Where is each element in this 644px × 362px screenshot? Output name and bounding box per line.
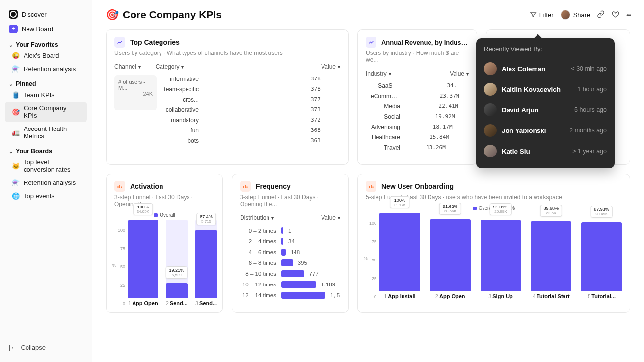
sidebar-item[interactable]: 🎯Core Company KPIs [5, 102, 87, 122]
chart-icon [366, 37, 376, 48]
nav-discover[interactable]: Discover [5, 7, 87, 22]
chart-bar-row: 0 – 2 times1 [240, 227, 340, 234]
collapse-sidebar-button[interactable]: |← Collapse [5, 340, 87, 355]
frequency-card: Frequency 3-step Funnel · Last 30 Days ·… [232, 174, 349, 313]
annual-revenue-card: Annual Revenue, by Industry Users by ind… [357, 29, 477, 165]
emoji-icon: ⚗️ [12, 179, 20, 186]
chart-bar-row: 4 – 6 times148 [240, 249, 340, 256]
avatar-icon [484, 145, 497, 157]
channel-filter[interactable]: Channel▾ [114, 63, 141, 70]
chart-bar-row: Social19.92M [371, 113, 469, 120]
filter-button[interactable]: Filter [530, 11, 554, 19]
value-filter[interactable]: Value▾ [321, 214, 340, 221]
avatar-icon [484, 83, 497, 96]
sidebar-item-label: Top level conversion rates [24, 158, 80, 173]
sidebar-item[interactable]: ⚗️Retention analysis [5, 176, 87, 189]
chart-bar-row: informative378 [161, 75, 340, 82]
svg-rect-6 [369, 186, 370, 188]
favorites-header[interactable]: ⌄ Your Favorites [5, 36, 87, 49]
chart-bar-row: cros...377 [161, 96, 340, 103]
summary-chip[interactable]: # of users - M... 24K [114, 75, 157, 110]
emoji-icon: 🚛 [12, 129, 20, 136]
pinned-header[interactable]: ⌄ Pinned [5, 76, 87, 88]
sidebar-item[interactable]: 😼Top level conversion rates [5, 155, 87, 176]
chart-bar-row: 2 – 4 times34 [240, 238, 340, 245]
page-title-emoji: 🎯 [106, 9, 119, 21]
popover-header: Recently Viewed By: [484, 45, 607, 52]
emoji-icon: ⚗️ [12, 65, 20, 73]
avatar-icon [484, 62, 497, 75]
activation-card: Activation 3-step Funnel · Last 30 Days … [106, 174, 223, 313]
funnel-bar: 91.01%25.99K3 Sign Up [481, 220, 521, 299]
sidebar-item-label: Account Health Metrics [24, 125, 80, 140]
funnel-bar: 89.68%23.5K4 Tutorial Start [531, 221, 571, 299]
more-icon[interactable]: ••• [626, 11, 630, 19]
chevron-down-icon: ⌄ [9, 42, 13, 48]
chevron-down-icon: ⌄ [9, 149, 13, 154]
chart-icon [114, 37, 125, 48]
chart-bar-row: team-specific378 [161, 85, 340, 93]
boards-header[interactable]: ⌄ Your Boards [5, 143, 87, 155]
chart-bar-row: SaaS34. [371, 82, 469, 89]
viewer-row[interactable]: Katie Siu> 1 year ago [484, 141, 607, 161]
viewer-row[interactable]: Alex Coleman< 30 min ago [484, 58, 607, 79]
avatar-icon [484, 103, 497, 116]
sidebar-item[interactable]: 😜Alex's Board [5, 49, 87, 62]
funnel-icon [240, 181, 251, 192]
link-icon[interactable] [597, 10, 605, 20]
main-content: 🎯 Core Company KPIs Filter Share [92, 0, 644, 362]
sidebar-item-label: Retention analysis [24, 179, 76, 186]
filter-icon [530, 11, 537, 18]
share-button[interactable]: Share [561, 10, 590, 20]
collapse-icon: |← [9, 344, 17, 351]
funnel-icon [366, 181, 376, 192]
sidebar-item[interactable]: ⚗️Retention analysis [5, 62, 87, 76]
new-board-button[interactable]: + New Board [5, 22, 87, 36]
chart-bar-row: eCommerce23.37M [371, 92, 469, 100]
chart-bar-row: 10 – 12 times1,189 [240, 281, 340, 288]
chart-bar-row: 12 – 14 times1, 5 [240, 292, 340, 299]
chart-bar-row: Travel13.26M [371, 144, 469, 151]
chart-bar-row: 8 – 10 times777 [240, 270, 340, 277]
svg-rect-0 [118, 186, 119, 188]
chart-bar-row: Advertising18.17M [371, 123, 469, 130]
emoji-icon: 🛢️ [12, 91, 20, 99]
viewer-row[interactable]: Jon Yablonski2 months ago [484, 120, 607, 141]
plus-icon: + [9, 25, 18, 33]
emoji-icon: 🌐 [12, 192, 20, 200]
onboarding-card: New User Onboarding 5-step Funnel · Last… [357, 174, 630, 313]
funnel-bar: 87.93%20.49K5 Tutorial... [581, 222, 622, 299]
avatar-icon [561, 10, 570, 20]
chevron-down-icon: ⌄ [9, 81, 13, 87]
category-filter[interactable]: Category▾ [156, 63, 184, 70]
funnel-bar: 91.62%28.56K2 App Open [430, 219, 471, 299]
viewer-row[interactable]: David Arjun5 hours ago [484, 100, 607, 120]
sidebar-item[interactable]: 🚛Account Health Metrics [5, 122, 87, 143]
chart-bar-row: mandatory372 [161, 116, 340, 124]
sidebar-item[interactable]: 🌐Top events [5, 189, 87, 203]
chart-bar-row: fun368 [161, 127, 340, 134]
heart-icon[interactable] [612, 10, 619, 20]
sidebar-item-label: Top events [24, 192, 54, 200]
top-categories-card: Top Categories Users by category · What … [106, 29, 349, 165]
funnel-bar: 100%34.05K1 App Open [128, 220, 158, 306]
industry-filter[interactable]: Industry▾ [366, 70, 391, 77]
app-logo-icon [9, 10, 18, 19]
funnel-bar: 19.21%6,5392 Send... [166, 220, 188, 306]
sidebar-item-label: Core Company KPIs [24, 104, 80, 119]
value-filter[interactable]: Value▾ [450, 70, 469, 77]
sidebar-item[interactable]: 🛢️Team KPIs [5, 88, 87, 102]
distribution-filter[interactable]: Distribution▾ [240, 214, 274, 221]
sidebar-item-label: Retention analysis [24, 65, 76, 73]
viewer-row[interactable]: Kaitlin Kovacevich1 hour ago [484, 79, 607, 100]
chart-bar-row: Media22.41M [371, 103, 469, 110]
funnel-bar: 87.4%5,7153 Send... [195, 220, 217, 306]
chart-bar-row: Healthcare15.84M [371, 133, 469, 141]
sidebar: Discover + New Board ⌄ Your Favorites 😜A… [0, 0, 92, 362]
svg-rect-7 [371, 185, 372, 188]
chart-bar-row: bots363 [161, 137, 340, 144]
svg-rect-1 [119, 185, 120, 188]
value-filter[interactable]: Value▾ [321, 63, 340, 70]
nav-discover-label: Discover [22, 11, 47, 18]
funnel-bar: 100%11.17K1 App Install [379, 213, 420, 299]
